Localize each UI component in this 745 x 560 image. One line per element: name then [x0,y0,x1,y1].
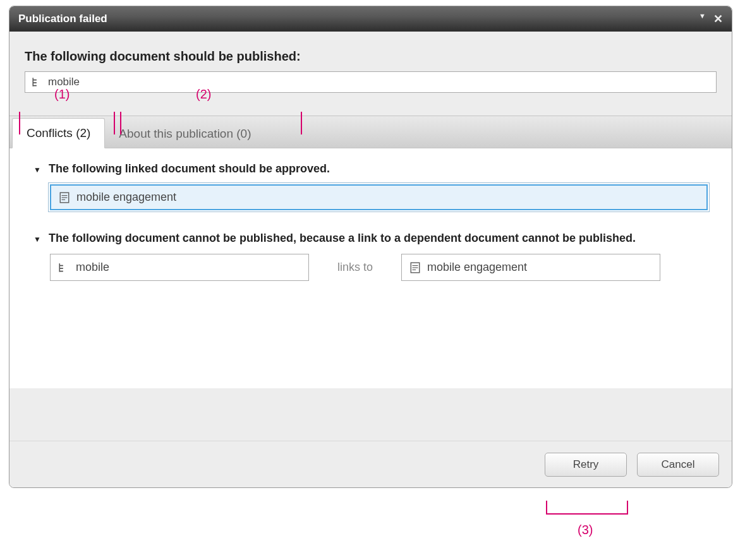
tab-about-label: About this publication (0) [119,127,251,140]
link-relationship-row: mobile links to mobile engagement [50,254,708,281]
tab-conflicts-label: Conflicts (2) [27,126,90,140]
window-controls: ▼ ✕ [699,12,723,26]
retry-button[interactable]: Retry [545,453,627,477]
tabs-row: Conflicts (2) About this publication (0) [9,116,732,148]
publication-failed-dialog: Publication failed ▼ ✕ The following doc… [9,6,732,488]
link-source-box[interactable]: mobile [50,254,309,281]
dialog-button-bar: Retry Cancel [9,441,732,487]
conflict1-heading-text: The following linked document should be … [49,162,330,176]
annotation-3-label: (3) [578,523,593,537]
tab-conflicts[interactable]: Conflicts (2) [12,118,105,148]
link-target-box[interactable]: mobile engagement [401,254,660,281]
conflict1-content: mobile engagement [33,184,708,210]
links-to-label: links to [327,261,384,274]
conflict1-heading[interactable]: ▼ The following linked document should b… [33,162,708,176]
dialog-titlebar: Publication failed ▼ ✕ [9,6,732,32]
conflict2-content: mobile links to mobile engagement [33,254,708,281]
link-target-name: mobile engagement [427,261,527,274]
document-icon [59,192,70,203]
tab-about-publication[interactable]: About this publication (0) [105,119,265,148]
header-heading: The following document should be publish… [25,49,717,64]
folder-tree-icon [58,262,70,273]
conflict2-heading[interactable]: ▼ The following document cannot be publi… [33,232,708,245]
conflict1-document-name: mobile engagement [76,191,176,204]
collapse-icon: ▼ [33,165,41,174]
source-document-name: mobile [48,76,80,88]
conflict1-document-box[interactable]: mobile engagement [50,184,708,210]
dialog-header-section: The following document should be publish… [9,32,732,97]
document-icon [409,262,421,273]
source-document-box[interactable]: mobile [25,71,717,93]
folder-tree-icon [32,76,43,88]
annotation-3-bracket [546,501,628,515]
conflict2-heading-text: The following document cannot be publish… [49,232,636,245]
link-source-name: mobile [76,261,109,274]
dialog-title: Publication failed [18,13,699,25]
close-icon[interactable]: ✕ [713,12,723,26]
minimize-icon[interactable]: ▼ [699,12,706,26]
conflicts-panel: ▼ The following linked document should b… [9,148,732,388]
collapse-icon: ▼ [33,235,41,244]
cancel-button[interactable]: Cancel [637,453,719,477]
